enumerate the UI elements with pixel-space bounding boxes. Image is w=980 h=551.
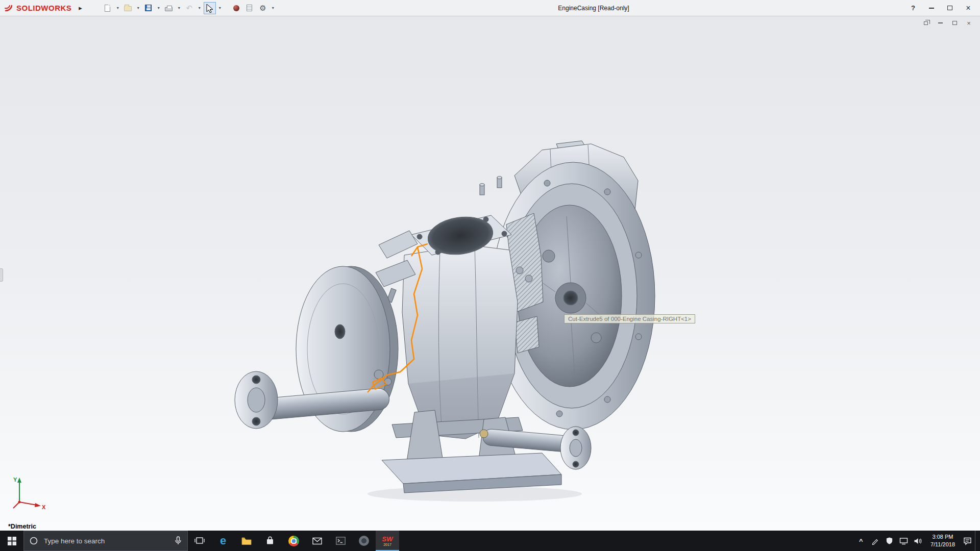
save-caret[interactable]: ▾ bbox=[156, 6, 162, 10]
view-orientation-label: *Dimetric bbox=[8, 523, 36, 530]
close-button[interactable]: × bbox=[964, 3, 973, 13]
taskbar-app-file-explorer[interactable] bbox=[235, 531, 258, 551]
undo-button[interactable]: ↶ bbox=[183, 2, 195, 14]
tray-network-button[interactable] bbox=[897, 537, 911, 545]
app-icon bbox=[359, 536, 369, 546]
appearance-button[interactable] bbox=[230, 2, 242, 14]
file-properties-button[interactable] bbox=[243, 2, 256, 14]
taskbar-clock[interactable]: 3:08 PM 7/11/2018 bbox=[926, 533, 960, 548]
taskbar-app-mail[interactable] bbox=[305, 531, 329, 551]
action-center-icon bbox=[963, 537, 972, 545]
close-icon: × bbox=[966, 4, 970, 13]
save-button[interactable] bbox=[142, 2, 155, 14]
new-document-icon bbox=[105, 5, 110, 12]
feature-tooltip: Cut-Extrude5 of 000-Engine Casing-RIGHT<… bbox=[564, 314, 695, 323]
doc-close-button[interactable]: × bbox=[965, 19, 973, 27]
graphics-area[interactable]: × bbox=[0, 16, 980, 531]
engine-casing-model[interactable] bbox=[0, 16, 980, 531]
minimize-button[interactable] bbox=[927, 3, 936, 13]
orientation-triad: Y X bbox=[7, 473, 48, 510]
taskbar-app-terminal[interactable] bbox=[329, 531, 352, 551]
doc-close-icon: × bbox=[967, 19, 971, 27]
tray-volume-button[interactable] bbox=[912, 537, 925, 545]
solidworks-icon-text: SW bbox=[382, 536, 393, 542]
titlebar: SOLIDWORKS ▸ ▾ ▾ ▾ ▾ ↶ ▾ ▾ ⚙ ▾ bbox=[0, 0, 980, 16]
brand-name: SOLIDWORKS bbox=[16, 4, 71, 12]
options-caret[interactable]: ▾ bbox=[270, 6, 276, 10]
mail-icon bbox=[312, 537, 322, 545]
shield-icon bbox=[886, 537, 893, 545]
clock-date: 7/11/2018 bbox=[930, 541, 955, 548]
open-caret[interactable]: ▾ bbox=[135, 6, 141, 10]
minimize-icon bbox=[929, 8, 934, 9]
solidworks-icon: SW 2017 bbox=[382, 536, 393, 546]
solidworks-window: SOLIDWORKS ▸ ▾ ▾ ▾ ▾ ↶ ▾ ▾ ⚙ ▾ bbox=[0, 0, 980, 551]
taskbar-app-store[interactable] bbox=[258, 531, 282, 551]
doc-restore-button[interactable] bbox=[922, 19, 930, 27]
store-icon bbox=[265, 536, 275, 545]
options-button[interactable]: ⚙ bbox=[257, 2, 269, 14]
triad-x-label: X bbox=[42, 504, 46, 510]
print-icon bbox=[165, 7, 173, 11]
microphone-icon[interactable] bbox=[174, 536, 182, 545]
print-button[interactable] bbox=[163, 2, 175, 14]
document-window-controls: × bbox=[922, 19, 973, 27]
save-icon bbox=[145, 5, 152, 11]
tray-security-button[interactable] bbox=[883, 537, 896, 545]
ds-logo-icon bbox=[4, 4, 14, 12]
doc-maximize-button[interactable] bbox=[950, 19, 959, 27]
doc-maximize-icon bbox=[952, 21, 957, 25]
show-desktop-strip[interactable] bbox=[975, 531, 977, 551]
taskbar-app-generic[interactable] bbox=[352, 531, 376, 551]
help-icon: ? bbox=[911, 4, 915, 12]
chrome-icon bbox=[288, 536, 299, 546]
help-button[interactable]: ? bbox=[909, 3, 918, 13]
triad-y-label: Y bbox=[13, 477, 17, 483]
document-title: EngineCasing [Read-only] bbox=[558, 5, 629, 12]
network-icon bbox=[899, 537, 908, 545]
print-caret[interactable]: ▾ bbox=[176, 6, 182, 10]
undo-icon: ↶ bbox=[186, 4, 193, 12]
doc-minimize-icon bbox=[938, 22, 943, 23]
solidworks-icon-year: 2017 bbox=[383, 543, 391, 546]
system-tray: ^ bbox=[854, 531, 980, 551]
menu-flyout-arrow[interactable]: ▸ bbox=[77, 3, 84, 13]
edge-icon: e bbox=[220, 535, 226, 546]
doc-minimize-button[interactable] bbox=[936, 19, 944, 27]
chevron-up-icon: ^ bbox=[859, 537, 863, 545]
select-arrow-icon bbox=[207, 4, 213, 12]
tray-expand-button[interactable]: ^ bbox=[854, 537, 868, 545]
maximize-icon bbox=[947, 6, 952, 10]
windows-taskbar: e bbox=[0, 531, 980, 551]
appearance-icon bbox=[233, 5, 239, 11]
tray-pen-button[interactable] bbox=[869, 537, 882, 545]
taskbar-app-edge[interactable]: e bbox=[211, 531, 235, 551]
task-view-button[interactable] bbox=[188, 531, 211, 551]
quick-access-toolbar: ▾ ▾ ▾ ▾ ↶ ▾ ▾ ⚙ ▾ bbox=[102, 2, 276, 14]
task-view-icon bbox=[194, 536, 205, 545]
new-document-caret[interactable]: ▾ bbox=[115, 6, 121, 10]
panel-splitter[interactable] bbox=[0, 268, 3, 282]
file-explorer-icon bbox=[241, 537, 252, 545]
pen-icon bbox=[871, 537, 879, 545]
volume-icon bbox=[914, 537, 922, 545]
taskbar-search[interactable] bbox=[23, 531, 188, 551]
start-button[interactable] bbox=[0, 531, 23, 551]
select-tool-button[interactable] bbox=[204, 2, 216, 14]
taskbar-app-chrome[interactable] bbox=[282, 531, 305, 551]
start-icon bbox=[8, 537, 16, 545]
search-input[interactable] bbox=[43, 537, 169, 545]
search-icon bbox=[29, 536, 38, 545]
new-document-button[interactable] bbox=[102, 2, 114, 14]
action-center-button[interactable] bbox=[961, 537, 974, 545]
terminal-icon bbox=[336, 537, 346, 545]
open-button[interactable] bbox=[122, 2, 134, 14]
undo-caret[interactable]: ▾ bbox=[197, 6, 203, 10]
solidworks-logo: SOLIDWORKS bbox=[4, 4, 71, 12]
maximize-button[interactable] bbox=[945, 3, 954, 13]
doc-restore-icon bbox=[924, 21, 928, 25]
taskbar-app-solidworks[interactable]: SW 2017 bbox=[376, 531, 399, 551]
open-icon bbox=[124, 6, 132, 11]
file-properties-icon bbox=[247, 5, 252, 11]
select-tool-caret[interactable]: ▾ bbox=[217, 6, 223, 10]
